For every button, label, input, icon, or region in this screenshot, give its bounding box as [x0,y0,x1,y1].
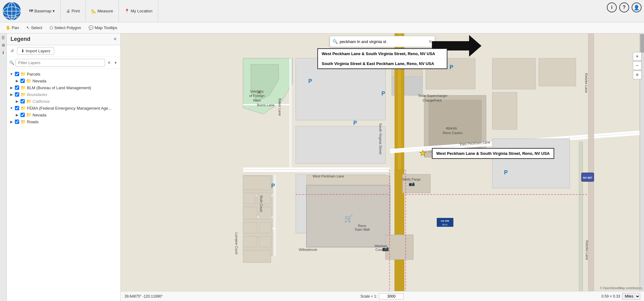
svg-text:P: P [450,64,453,70]
logo: Geo-Lab.NET [2,2,21,20]
legend-title: Legend [11,36,30,42]
legend-panel: ☰ ⊞ ℹ Legend × ↺ ⬇ Import Layers [0,33,121,301]
nevada2-label: Nevada [33,113,46,117]
svg-text:🛒: 🛒 [344,214,353,223]
svg-text:P: P [381,90,385,97]
search-result-1[interactable]: West Peckham Lane & South Virginia Stree… [318,49,447,59]
print-group: 🖨 Print [61,0,86,22]
search-input[interactable] [340,39,428,44]
map-tooltips-button[interactable]: 💬 Map Tooltips [85,24,120,32]
svg-rect-19 [539,58,576,86]
toolbar2: ✋ Pan ↖ Select ⬠ Select Polygon 💬 Map To… [0,22,644,33]
legend-close-button[interactable]: × [113,36,117,42]
expand-nevada2-button[interactable]: ▶ [15,113,19,117]
print-button[interactable]: 🖨 Print [64,7,82,15]
filter-options-button[interactable]: ▾ [113,60,118,66]
parcels-checkbox[interactable] [15,72,19,76]
basemap-group: 🗺 Basemap ▾ [24,0,61,22]
svg-rect-45 [243,176,271,190]
expand-parcels-button[interactable]: ▼ [9,72,14,76]
fema-checkbox[interactable] [15,106,19,110]
fema-label: FEMA (Federal Emergency Management Age..… [27,106,111,111]
layers-icon-btn[interactable]: ☰ [0,35,7,41]
folder-icon: 📁 [20,92,26,97]
svg-rect-34 [588,33,594,301]
undo-icon-btn[interactable]: ↺ [9,48,15,54]
info-side-icon-btn[interactable]: ℹ [0,50,7,56]
search-result-2[interactable]: South Virginia Street & East Peckham Lan… [318,59,447,68]
select-button[interactable]: ↖ Select [23,24,45,32]
search-dropdown: West Peckham Lane & South Virginia Stree… [317,48,447,69]
list-item[interactable]: ▶ 📁 Nevada [12,77,120,84]
zoom-out-button[interactable]: − [633,61,642,70]
measure-button[interactable]: 📐 Measure [89,7,116,15]
dimensions-display: 0.59 × 0.33 Miles Km [602,293,640,300]
folder-icon: 📁 [20,72,26,76]
units-select[interactable]: Miles Km [622,293,640,300]
top-right-icons: i ? 👤 [607,2,642,12]
nevada2-checkbox[interactable] [20,113,25,117]
osm-credit: © OpenStreetMap contributors. [600,286,643,290]
search-result-1-text: West Peckham Lane & South Virginia Stree… [322,51,435,56]
boundaries-checkbox[interactable] [15,92,19,97]
map-area[interactable]: 🔍 ✕ West Peckham Lane & South Virginia S… [121,33,644,301]
pan-button[interactable]: ✋ Pan [2,24,22,32]
zoom-in-button[interactable]: + [633,52,642,61]
roads-checkbox[interactable] [15,120,19,124]
svg-text:Geo-Lab.NET: Geo-Lab.NET [5,16,19,18]
expand-boundaries-button[interactable]: ▶ [9,93,14,97]
expand-blm-button[interactable]: ▶ [9,86,14,90]
search-bar: 🔍 ✕ [330,36,435,47]
blm-checkbox[interactable] [15,85,19,90]
expand-california-button[interactable]: ▶ [15,99,19,103]
svg-rect-54 [243,250,271,263]
expand-fema-button[interactable]: ▼ [9,106,14,110]
basemap-button[interactable]: 🗺 Basemap ▾ [27,7,57,15]
search-clear-button[interactable]: ✕ [428,39,432,45]
list-item[interactable]: ▶ 📁 BLM (Bureau of Land Management) [7,84,120,91]
info-button[interactable]: i [607,2,617,12]
parcels-label: Parcels [27,72,40,76]
scale-input[interactable] [379,293,404,299]
select-polygon-button[interactable]: ⬠ Select Polygon [46,24,84,32]
svg-rect-20 [492,92,517,129]
basemap-icon: 🗺 [29,9,33,13]
svg-rect-35 [579,142,583,301]
dimensions-text: 0.59 × 0.33 [602,294,620,299]
list-item[interactable]: ▼ 📁 Parcels [7,71,120,77]
my-location-label: My Location [131,9,152,13]
filter-input[interactable] [15,59,105,67]
table-icon-btn[interactable]: ⊞ [0,42,7,48]
expand-roads-button[interactable]: ▶ [9,120,14,124]
location-popup: West Peckham Lane & South Virginia Stree… [432,148,554,159]
help-button[interactable]: ? [619,2,629,12]
location-popup-text: West Peckham Lane & South Virginia Stree… [436,151,550,156]
svg-text:NV 667: NV 667 [583,176,592,179]
california-checkbox[interactable] [20,99,25,103]
nevada1-checkbox[interactable] [20,79,25,83]
info-label: i [611,5,612,10]
main-content: ☰ ⊞ ℹ Legend × ↺ ⬇ Import Layers [0,33,644,301]
import-layers-button[interactable]: ⬇ Import Layers [17,47,54,55]
my-location-group: 📍 My Location [119,0,158,22]
basemap-chevron-icon: ▾ [53,9,55,13]
svg-text:📷: 📷 [382,245,389,252]
list-item[interactable]: ▶ 📁 Boundaries [7,91,120,98]
list-item[interactable]: ▶ 📁 California [12,98,120,105]
my-location-button[interactable]: 📍 My Location [122,7,155,15]
user-button[interactable]: 👤 [632,2,642,12]
list-item[interactable]: ▶ 📁 Roads [7,118,120,125]
pan-control-button[interactable]: ✛ [633,71,642,79]
list-item[interactable]: ▼ 📁 FEMA (Federal Emergency Management A… [7,105,120,111]
svg-text:P: P [308,78,312,84]
svg-rect-48 [243,207,257,219]
basemap-label: Basemap [34,9,51,13]
svg-rect-50 [243,222,257,233]
list-item[interactable]: ▶ 📁 Nevada [12,111,120,118]
select-label: Select [31,25,42,30]
nevada1-label: Nevada [33,79,46,83]
measure-label: Measure [98,9,113,13]
filter-clear-button[interactable]: ✕ [106,60,112,66]
search-icon: 🔍 [333,39,338,44]
expand-nevada1-button[interactable]: ▶ [15,79,19,83]
